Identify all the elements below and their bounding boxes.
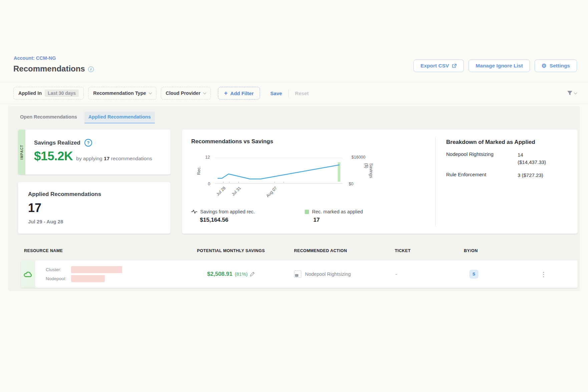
action-label: Nodepool Rightsizing [305,271,351,277]
y-tick-left-min: 0 [208,182,210,186]
manage-ignore-list-label: Manage Ignore List [476,63,523,69]
info-icon[interactable]: i [88,66,94,72]
savings-realized-card: IMPACT Savings Realized ? $15.2K by appl… [18,130,171,175]
header-actions: Export CSV Manage Ignore List ⚙ Settings [413,59,577,72]
breakdown-title: Breakdown of Marked as Applied [446,139,570,146]
breakdown-row-label: Rule Enforcement [446,172,518,179]
edit-icon[interactable] [250,272,255,276]
tabs: Open Recommendations Applied Recommendat… [16,112,155,124]
legend-item-applied: Rec. marked as applied 17 [305,209,363,223]
savings-realized-value: $15.2K [34,149,73,163]
filter-bar: Applied In Last 30 days Recommendation T… [0,82,588,104]
avatar: S [470,270,478,278]
impact-label: IMPACT [20,145,24,160]
cluster-value-redacted [71,266,122,273]
chevron-down-icon [574,91,577,94]
column-header-recommended-action: RECOMMENDED ACTION [294,248,347,253]
savings-realized-title: Savings Realized [34,140,80,146]
settings-button[interactable]: ⚙ Settings [535,59,577,72]
legend-value: 17 [313,217,363,223]
cluster-label: Cluster: [46,267,68,272]
legend-label: Rec. marked as applied [312,209,363,214]
manage-ignore-list-button[interactable]: Manage Ignore List [469,59,530,72]
ticket-cell: - [395,260,397,288]
legend-square-icon [305,210,309,214]
applied-recommendations-card: Applied Recommendations 17 Jul 29 - Aug … [18,182,171,234]
column-header-potential-monthly-savings: POTENTIAL MONTHLY SAVINGS [196,248,266,253]
breakdown-row: Nodepool Rightsizing 14 ($14,437.33) [446,151,570,166]
legend-line-icon [191,209,197,214]
plus-icon: + [224,90,228,96]
savings-realized-subtext: by applying 17 recommendations [76,156,152,162]
tab-applied-recommendations[interactable]: Applied Recommendations [84,112,155,124]
y-axis-label-left: Rec. [197,166,201,175]
chart-plot: 12 0 $16000 $0 Rec. Savings ($) Jul 28 J… [215,158,342,184]
add-filter-button[interactable]: + Add Filter [218,87,260,100]
cloud-icon [23,270,33,278]
y-tick-right-max: $16000 [351,155,365,160]
chart-title: Recommendations vs Savings [191,138,273,145]
breakdown-row-amount: ($14,437.33) [518,159,546,166]
filter-panel-toggle[interactable] [567,90,577,96]
table-row[interactable]: Cluster: Nodepool: $2,508.91 (81%) Nodep… [21,260,578,288]
y-tick-right-min: $0 [349,182,353,186]
chevron-down-icon [149,91,152,94]
export-csv-label: Export CSV [420,63,449,69]
applied-in-label: Applied In [18,90,42,96]
applied-in-value-badge: Last 30 days [45,89,79,97]
savings-line [218,165,339,179]
export-csv-button[interactable]: Export CSV [413,59,464,72]
settings-label: Settings [550,63,570,69]
x-tick-label: Aug 07 [263,186,278,200]
breakdown-row-value: 3 ($727.23) [518,172,543,179]
recommendation-type-dropdown[interactable]: Recommendation Type [88,87,156,100]
applied-recommendations-count: 17 [28,201,161,215]
x-tick-label: Jul 28 [212,186,227,200]
breakdown-row-value: 14 ($14,437.33) [518,151,546,166]
subtext-prefix: by applying [76,156,102,161]
cloud-provider-dropdown[interactable]: Cloud Provider [161,87,211,100]
applied-in-filter-chip[interactable]: Applied In Last 30 days [13,87,84,100]
resource-name-cell: Cluster: Nodepool: [46,265,122,283]
breadcrumb[interactable]: Account: CCM-NG [14,55,56,61]
table-header: RESOURCE NAME POTENTIAL MONTHLY SAVINGS … [21,248,578,256]
impact-strip: IMPACT [18,130,25,175]
add-filter-label: Add Filter [230,90,254,96]
gear-icon: ⚙ [542,63,547,69]
by-on-cell: S [470,260,478,288]
recommendations-page: Account: CCM-NG Recommendations i Export… [0,0,588,392]
subtext-suffix: recommendations [111,156,152,161]
savings-value: $2,508.91 [207,271,233,277]
page-title: Recommendations i [13,64,94,73]
external-link-icon [452,63,457,68]
potential-savings-cell: $2,508.91 (81%) [196,260,266,288]
nodepool-label: Nodepool: [46,276,68,281]
savings-percent: (81%) [235,271,248,277]
savings-realized-content: Savings Realized ? $15.2K by applying 17… [34,139,165,163]
recommended-action-cell: Nodepool Rightsizing [294,260,351,288]
breakdown-panel: Breakdown of Marked as Applied Nodepool … [446,139,570,179]
legend-value: $15,164.56 [200,217,255,223]
breakdown-row-label: Nodepool Rightsizing [446,151,518,166]
row-accent-strip [21,260,35,288]
nodepool-rightsizing-icon [294,270,301,278]
chart-card: Recommendations vs Savings 12 0 $16000 $… [182,130,578,234]
y-axis-label-right: Savings ($) [364,163,373,178]
recommendation-type-label: Recommendation Type [93,90,146,96]
help-icon[interactable]: ? [84,139,92,147]
column-header-resource-name: RESOURCE NAME [24,248,63,253]
save-filter-button[interactable]: Save [270,90,282,96]
tab-open-recommendations[interactable]: Open Recommendations [16,112,81,124]
nodepool-value-redacted [71,275,105,282]
x-axis-ticks [223,182,284,183]
kebab-menu-icon[interactable]: ⋮ [539,260,549,288]
breakdown-divider [435,137,435,226]
reset-filter-button[interactable]: Reset [295,90,309,96]
filter-divider [288,89,289,97]
breakdown-row-count: 14 [518,151,546,159]
column-header-by-on: BY/ON [464,248,478,253]
chart-canvas [215,158,342,184]
applied-recommendations-title: Applied Recommendations [28,191,161,198]
x-tick-label: Jul 31 [227,186,242,200]
column-header-ticket: TICKET [395,248,411,253]
